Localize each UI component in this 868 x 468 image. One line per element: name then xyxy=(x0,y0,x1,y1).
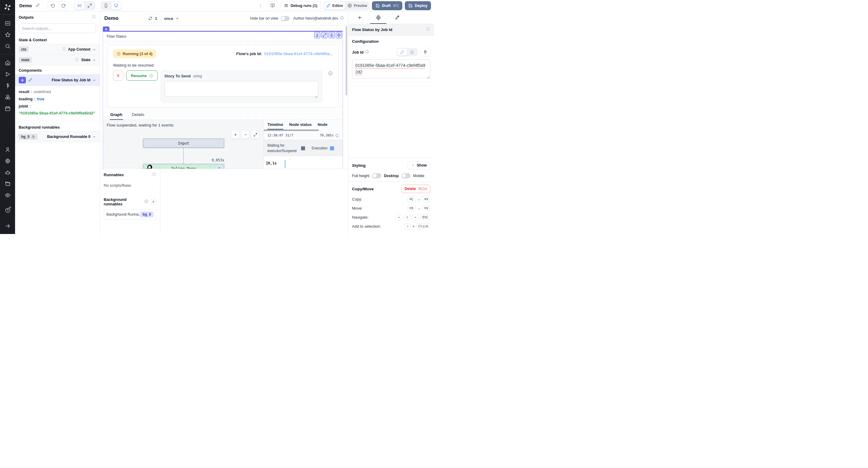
clock-icon xyxy=(117,52,121,56)
audit-eye-icon[interactable] xyxy=(0,190,15,201)
move-icon[interactable] xyxy=(336,32,342,38)
kbd-arrow-up: ↑ xyxy=(404,214,410,220)
resize-handle-icon[interactable] xyxy=(315,94,318,97)
undo-button[interactable] xyxy=(48,1,58,10)
info-icon[interactable] xyxy=(328,71,333,77)
fullscreen-icon[interactable] xyxy=(321,32,328,38)
jobid-key[interactable]: jobId xyxy=(19,104,28,108)
component-id-tag[interactable]: a xyxy=(103,27,110,31)
component-settings-tab[interactable] xyxy=(369,11,388,24)
deploy-button[interactable]: Deploy xyxy=(405,1,431,10)
cancel-flow-button[interactable] xyxy=(113,70,123,81)
insert-component-tab[interactable] xyxy=(350,11,369,24)
tab-timeline[interactable]: Timeline xyxy=(267,122,283,130)
result-value: undefined xyxy=(34,90,51,94)
story-to-send-input[interactable] xyxy=(164,81,318,97)
bg0-row[interactable]: bg_0 Background Runnable 0 xyxy=(15,131,100,142)
info-icon[interactable] xyxy=(365,50,369,55)
user-icon[interactable] xyxy=(0,144,15,155)
search-icon[interactable] xyxy=(0,40,15,52)
zoom-out-icon[interactable] xyxy=(241,131,249,138)
runs-play-icon[interactable] xyxy=(0,68,15,80)
graph-node-input[interactable]: Input xyxy=(143,138,224,148)
windmill-logo[interactable] xyxy=(0,0,15,14)
apps-icon[interactable] xyxy=(0,18,15,29)
mobile-view-button[interactable] xyxy=(101,2,111,10)
tab-graph[interactable]: Graph xyxy=(110,110,123,120)
info-icon[interactable] xyxy=(144,199,148,204)
show-styling-button[interactable]: Show xyxy=(407,161,430,170)
rename-pencil-icon[interactable] xyxy=(36,3,40,8)
anchor-icon[interactable] xyxy=(329,32,335,38)
background-runnable-item[interactable]: Background Runna... bg_0 xyxy=(104,209,156,220)
static-input-pencil-icon[interactable] xyxy=(397,48,407,56)
runnables-doc-icon[interactable] xyxy=(152,172,156,178)
tab-details[interactable]: Details xyxy=(131,110,145,120)
graph-node-inline-deno[interactable]: TS Inline Deno I xyxy=(143,164,224,169)
search-outputs-input[interactable] xyxy=(19,24,96,33)
flow-job-id-label: Flow's job Id: xyxy=(236,52,262,56)
delete-component-button[interactable]: Delete⌘Del xyxy=(401,185,430,193)
info-icon[interactable] xyxy=(340,16,344,21)
redo-button[interactable] xyxy=(58,1,68,10)
zoom-in-icon[interactable] xyxy=(231,131,239,138)
loading-key[interactable]: loading xyxy=(19,97,33,101)
edit-id-pencil-icon[interactable] xyxy=(28,78,33,83)
zoom-in-icon[interactable] xyxy=(125,168,134,169)
resources-boxes-icon[interactable] xyxy=(0,91,15,103)
job-id-input[interactable]: 0191085e-5baa-81ef-4774-c9ef4f0a92d2 xyxy=(352,59,430,78)
zoom-out-icon[interactable] xyxy=(104,168,114,169)
hide-bar-toggle[interactable] xyxy=(281,16,290,21)
resume-button[interactable]: Resume xyxy=(126,70,158,81)
schedule-dropdown[interactable]: once xyxy=(164,16,179,21)
full-height-toggle[interactable] xyxy=(372,173,381,178)
collapse-arrow-icon[interactable] xyxy=(0,220,15,232)
bg0-label: Background Runnable 0 xyxy=(47,135,90,139)
more-options-kebab-icon[interactable] xyxy=(256,1,265,10)
flow-graph-area[interactable]: Flow suspended, waiting for 1 events Inp… xyxy=(103,120,264,169)
preview-tab[interactable]: Preview xyxy=(346,2,369,10)
centered-layout-button[interactable] xyxy=(75,2,84,10)
resize-handle-icon[interactable] xyxy=(427,74,430,77)
fit-view-icon[interactable] xyxy=(251,131,259,138)
flow-status-component[interactable]: a Flow Status Running (3 of 4) xyxy=(103,31,343,169)
expand-down-icon[interactable] xyxy=(314,32,320,38)
desktop-toggle[interactable] xyxy=(401,173,410,178)
canvas-scrollbar[interactable] xyxy=(346,26,347,96)
spinner-icon xyxy=(336,134,339,137)
outputs-doc-icon[interactable] xyxy=(92,14,96,20)
kbd-esc: ESC xyxy=(420,214,430,220)
component-a-row[interactable]: a Flow Status by Job Id xyxy=(15,74,100,86)
eval-input-fx-icon[interactable] xyxy=(407,48,417,56)
refresh-count-button[interactable]: 1 xyxy=(145,14,160,23)
timeline-legend: Waiting for executor/Suspend Execution xyxy=(264,140,343,156)
tab-node-clipped[interactable]: Node xyxy=(318,122,328,130)
state-row[interactable]: state State xyxy=(15,55,100,65)
desktop-view-button[interactable] xyxy=(112,2,121,10)
tab-node-status[interactable]: Node status xyxy=(289,122,312,130)
home-icon[interactable] xyxy=(0,57,15,68)
settings-gear-icon[interactable] xyxy=(0,155,15,167)
debug-runs-button[interactable]: Debug runs (1) xyxy=(281,1,320,10)
help-icon[interactable] xyxy=(0,204,15,216)
app-canvas[interactable]: a Flow Status Running (3 of 4) xyxy=(100,26,348,169)
folders-icon[interactable] xyxy=(0,178,15,190)
full-width-layout-button[interactable] xyxy=(85,2,95,10)
inspector-doc-icon[interactable] xyxy=(426,27,430,33)
docs-book-button[interactable] xyxy=(267,1,278,10)
workers-bot-icon[interactable] xyxy=(0,167,15,178)
connect-input-plug-icon[interactable] xyxy=(420,48,430,56)
ctx-row[interactable]: ctx App Context xyxy=(15,44,100,55)
styling-tab[interactable] xyxy=(388,11,406,24)
editor-tab[interactable]: Editor xyxy=(324,2,345,10)
kbd-arrow-left: ← xyxy=(396,214,402,220)
add-background-runnable-button[interactable] xyxy=(150,198,156,205)
variables-dollar-icon[interactable] xyxy=(0,80,15,91)
flow-job-id-link[interactable]: 0191085e-5baa-81ef-4774-c9ef4f0a... xyxy=(264,52,333,56)
graph-zoom-buttons xyxy=(231,131,259,138)
favorites-star-icon[interactable] xyxy=(0,29,15,40)
state-badge: state xyxy=(19,57,32,63)
draft-button[interactable]: Draft⌘S xyxy=(372,1,402,10)
schedules-calendar-icon[interactable] xyxy=(0,103,15,114)
result-key[interactable]: result xyxy=(19,90,29,94)
